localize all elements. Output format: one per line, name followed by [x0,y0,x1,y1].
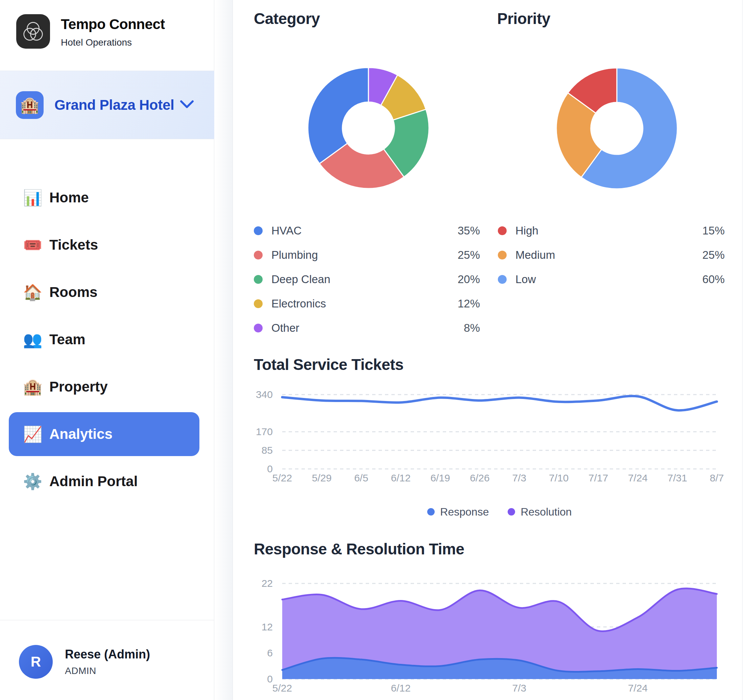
legend-percent: 35% [457,224,480,237]
category-chart-title: Category [254,9,320,28]
sidebar-item-tickets[interactable]: 🎟️Tickets [0,223,214,267]
legend-label: Resolution [521,506,572,518]
legend-dot-icon [427,508,435,515]
hotel-building-icon: 🏨 [16,91,43,119]
people-icon: 👥 [23,332,45,347]
legend-percent: 20% [457,273,480,286]
priority-donut-chart [546,57,688,199]
legend-toggle-response[interactable]: Response [427,506,489,518]
hotel-icon: 🏨 [23,379,45,395]
app-window: Tempo Connect Hotel Operations 🏨 Grand P… [0,0,751,700]
sidebar-item-rooms[interactable]: 🏠Rooms [0,270,214,314]
svg-text:6/26: 6/26 [470,472,490,483]
svg-text:7/3: 7/3 [512,472,527,483]
legend-percent: 8% [464,322,480,335]
legend-dot-icon [254,251,263,259]
legend-percent: 25% [702,249,725,262]
sidebar-item-admin-portal[interactable]: ⚙️Admin Portal [0,459,214,503]
legend-dot-icon [498,251,507,259]
svg-text:7/31: 7/31 [668,472,687,483]
chevron-down-icon [180,100,194,110]
svg-text:340: 340 [256,389,273,400]
svg-text:5/22: 5/22 [272,682,292,694]
svg-text:170: 170 [256,426,273,437]
sidebar-item-property[interactable]: 🏨Property [0,365,214,409]
user-role: ADMIN [65,666,150,676]
user-section: R Reese (Admin) ADMIN [0,620,214,700]
svg-text:22: 22 [261,578,273,589]
svg-text:7/24: 7/24 [628,682,647,694]
sidebar-item-team[interactable]: 👥Team [0,318,214,361]
sidebar-item-analytics[interactable]: 📈Analytics [9,412,199,456]
legend-dot-icon [508,508,515,515]
admission-ticket-icon: 🎟️ [23,237,45,253]
app-title: Tempo Connect [61,16,165,32]
analytics-page: Category Priority HVAC35%Plumbing25%Deep… [233,0,743,700]
bar-chart-icon: 📊 [23,190,45,205]
svg-text:12: 12 [261,621,273,632]
total-service-tickets-chart: 0851703405/225/296/56/126/196/267/37/107… [233,382,743,493]
legend-label: Deep Clean [271,273,330,286]
three-rings-logo-icon [16,14,50,49]
brand: Tempo Connect Hotel Operations [16,14,165,49]
response-resolution-legend: ResponseResolution [282,503,717,520]
app-subtitle: Hotel Operations [61,37,165,48]
svg-text:85: 85 [261,445,273,456]
svg-text:6: 6 [267,647,273,658]
hotel-selector[interactable]: 🏨 Grand Plaza Hotel [0,71,214,139]
sidebar-item-label: Home [49,190,89,206]
legend-dot-icon [254,324,263,332]
hotel-selector-name: Grand Plaza Hotel [54,97,174,113]
legend-row-medium: Medium25% [498,243,725,267]
svg-text:0: 0 [267,463,273,474]
sidebar-item-label: Analytics [49,426,113,442]
chart-increasing-icon: 📈 [23,426,45,442]
sidebar-item-label: Rooms [49,284,97,300]
legend-row-electronics: Electronics12% [254,291,480,316]
sidebar-item-home[interactable]: 📊Home [0,176,214,220]
svg-text:7/10: 7/10 [549,472,569,483]
legend-dot-icon [254,299,263,308]
house-icon: 🏠 [23,284,45,300]
legend-toggle-resolution[interactable]: Resolution [508,506,572,518]
brand-text: Tempo Connect Hotel Operations [61,14,165,48]
user-meta: Reese (Admin) ADMIN [65,647,150,676]
svg-text:6/12: 6/12 [391,472,411,483]
legend-row-plumbing: Plumbing25% [254,243,480,267]
legend-percent: 60% [702,273,725,286]
svg-text:7/24: 7/24 [628,472,647,483]
sidebar-nav: 📊Home🎟️Tickets🏠Rooms👥Team🏨Property📈Analy… [0,176,214,507]
svg-text:5/22: 5/22 [272,472,292,483]
legend-row-other: Other8% [254,316,480,340]
legend-label: Low [515,273,536,286]
legend-dot-icon [254,227,263,235]
gear-icon: ⚙️ [23,473,45,489]
user-menu[interactable]: R Reese (Admin) ADMIN [19,645,150,679]
legend-row-deep-clean: Deep Clean20% [254,267,480,291]
legend-dot-icon [254,275,263,284]
legend-label: High [515,224,538,237]
sidebar-item-label: Admin Portal [49,473,138,490]
legend-label: Other [271,322,300,335]
legend-label: HVAC [271,224,301,237]
svg-text:6/19: 6/19 [430,472,450,483]
svg-text:7/17: 7/17 [589,472,608,483]
svg-text:0: 0 [267,673,273,685]
legend-percent: 25% [457,249,480,262]
legend-row-hvac: HVAC35% [254,219,480,243]
legend-percent: 12% [457,297,480,310]
sidebar-item-label: Property [49,379,108,395]
category-donut-chart [297,57,439,199]
svg-text:8/7: 8/7 [710,472,724,483]
legend-dot-icon [498,227,507,235]
svg-text:6/5: 6/5 [354,472,368,483]
legend-row-low: Low60% [498,267,725,291]
legend-label: Response [440,506,489,518]
legend-label: Electronics [271,297,326,310]
svg-text:5/29: 5/29 [312,472,332,483]
category-legend: HVAC35%Plumbing25%Deep Clean20%Electroni… [254,219,480,340]
legend-dot-icon [498,275,507,284]
user-name: Reese (Admin) [65,647,150,661]
legend-percent: 15% [702,224,725,237]
priority-legend: High15%Medium25%Low60% [498,219,725,291]
